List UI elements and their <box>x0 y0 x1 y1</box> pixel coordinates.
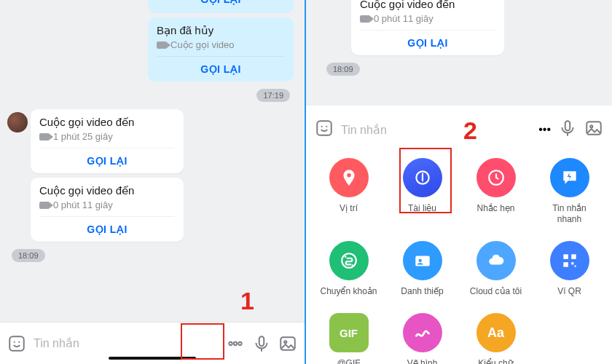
right-screen: Cuộc gọi video đến 0 phút 11 giây GỌI LẠ… <box>306 0 612 364</box>
draw-icon <box>403 313 442 352</box>
svg-rect-8 <box>280 337 295 349</box>
svg-rect-10 <box>317 121 332 135</box>
timestamp-row: 18:09 <box>312 60 606 79</box>
svg-rect-22 <box>563 254 568 259</box>
attach-label: Vẽ hình <box>407 358 438 364</box>
svg-rect-20 <box>415 256 430 266</box>
attach-label: Danh thiếp <box>401 286 443 297</box>
more-button-active[interactable]: ••• <box>538 123 551 136</box>
call-bubble-self-partial[interactable]: GỌI LẠI <box>148 0 294 13</box>
timestamp-row: 17:19 <box>6 86 299 105</box>
svg-rect-6 <box>259 336 264 346</box>
callback-link[interactable]: GỌI LẠI <box>39 148 175 167</box>
bubble-sub: 1 phút 25 giây <box>39 131 175 142</box>
svg-point-3 <box>229 341 232 344</box>
bubble-sub-text: 1 phút 25 giây <box>53 131 113 142</box>
left-screen: GỌI LẠI Bạn đã hủy Cuộc gọi video GỌI LẠ… <box>0 0 306 364</box>
bubble-sub: 0 phút 11 giây <box>39 199 175 210</box>
attach-quick-message[interactable]: Tin nhắn nhanh <box>534 158 605 225</box>
sticker-icon[interactable] <box>315 119 334 141</box>
svg-point-4 <box>234 341 237 344</box>
video-call-icon <box>39 133 50 141</box>
attach-label: Chuyển khoản <box>320 286 377 297</box>
svg-rect-24 <box>563 262 568 267</box>
call-bubble-self-cancelled[interactable]: Bạn đã hủy Cuộc gọi video GỌI LẠI <box>148 17 294 82</box>
more-button[interactable] <box>226 334 245 353</box>
image-icon[interactable] <box>584 119 603 141</box>
call-bubble-incoming-1[interactable]: Cuộc gọi video đến 1 phút 25 giây GỌI LẠ… <box>31 109 184 173</box>
input-bar: Tin nhắn <box>0 322 305 364</box>
svg-point-5 <box>238 341 241 344</box>
chat-area: GỌI LẠI Bạn đã hủy Cuộc gọi video GỌI LẠ… <box>0 0 305 265</box>
attach-label: Cloud của tôi <box>470 286 522 297</box>
timestamp-row: 18:09 <box>6 246 299 265</box>
font-style-icon: Aa <box>476 313 516 352</box>
call-bubble-incoming-2[interactable]: Cuộc gọi video đến 0 phút 11 giây GỌI LẠ… <box>31 178 184 242</box>
svg-rect-23 <box>571 254 576 259</box>
attach-contact-card[interactable]: Danh thiếp <box>387 241 458 297</box>
call-bubble-incoming[interactable]: Cuộc gọi video đến 0 phút 11 giây GỌI LẠ… <box>351 0 504 55</box>
timestamp: 18:09 <box>12 249 45 262</box>
image-icon[interactable] <box>278 334 297 353</box>
attach-reminder[interactable]: Nhắc hẹn <box>460 158 531 225</box>
attach-gif[interactable]: GIF @GIF <box>313 313 384 364</box>
bubble-sub: Cuộc gọi video <box>157 39 285 50</box>
chat-area-top: Cuộc gọi video đến 0 phút 11 giây GỌI LẠ… <box>306 0 612 79</box>
attachment-panel: Tin nhắn ••• Vị trí Tài liệu <box>306 106 612 364</box>
bubble-sub-text: 0 phút 11 giây <box>374 13 434 24</box>
attach-font-style[interactable]: Aa Kiểu chữ <box>460 313 531 364</box>
input-bar: Tin nhắn ••• <box>306 111 612 148</box>
callback-link[interactable]: GỌI LẠI <box>39 216 175 235</box>
callback-link[interactable]: GỌI LẠI <box>157 0 285 7</box>
flash-message-icon <box>550 158 589 197</box>
svg-point-11 <box>321 126 323 127</box>
svg-point-17 <box>421 173 423 175</box>
bubble-title: Cuộc gọi video đến <box>39 184 175 197</box>
attach-label: @GIF <box>337 358 360 364</box>
document-icon <box>403 158 442 197</box>
svg-rect-0 <box>9 336 24 351</box>
attach-qr-wallet[interactable]: Ví QR <box>534 241 605 297</box>
attachment-grid: Vị trí Tài liệu Nhắc hẹn Tin nhắn nhanh <box>306 148 612 364</box>
avatar[interactable] <box>7 112 28 132</box>
svg-point-16 <box>590 125 592 127</box>
video-call-icon <box>360 15 370 23</box>
bubble-sub: 0 phút 11 giây <box>360 13 495 24</box>
attach-transfer[interactable]: Chuyển khoản <box>313 241 384 297</box>
svg-rect-13 <box>565 121 570 130</box>
svg-rect-15 <box>586 122 601 134</box>
attach-label: Kiểu chữ <box>478 358 513 364</box>
bubble-sub-text: Cuộc gọi video <box>170 39 235 50</box>
cloud-icon <box>476 241 516 280</box>
timestamp: 18:09 <box>326 63 360 76</box>
clock-icon <box>476 158 516 197</box>
sticker-icon[interactable] <box>7 334 26 353</box>
location-icon <box>329 158 369 197</box>
svg-point-21 <box>418 259 421 262</box>
mic-icon[interactable] <box>558 119 577 141</box>
message-input[interactable]: Tin nhắn <box>341 123 531 137</box>
svg-rect-25 <box>571 262 573 264</box>
qr-icon <box>550 241 589 280</box>
attach-my-cloud[interactable]: Cloud của tôi <box>460 241 531 297</box>
highlight-number-1: 1 <box>240 287 254 315</box>
svg-rect-26 <box>574 266 576 267</box>
svg-point-12 <box>326 126 327 127</box>
video-call-icon <box>39 202 50 209</box>
attach-label: Nhắc hẹn <box>476 203 514 214</box>
video-call-icon <box>157 41 167 49</box>
mic-icon[interactable] <box>252 334 271 353</box>
attach-document[interactable]: Tài liệu <box>387 158 458 225</box>
transfer-icon <box>329 241 369 280</box>
svg-point-1 <box>14 341 15 342</box>
contact-card-icon <box>403 241 442 280</box>
home-indicator <box>109 357 196 360</box>
attach-label: Tài liệu <box>408 203 436 214</box>
message-input[interactable]: Tin nhắn <box>34 336 219 350</box>
attach-location[interactable]: Vị trí <box>313 158 384 225</box>
attach-draw[interactable]: Vẽ hình <box>387 313 458 364</box>
svg-point-2 <box>18 341 20 342</box>
callback-link[interactable]: GỌI LẠI <box>157 56 285 75</box>
bubble-title: Cuộc gọi video đến <box>39 116 175 129</box>
callback-link[interactable]: GỌI LẠI <box>360 30 495 49</box>
